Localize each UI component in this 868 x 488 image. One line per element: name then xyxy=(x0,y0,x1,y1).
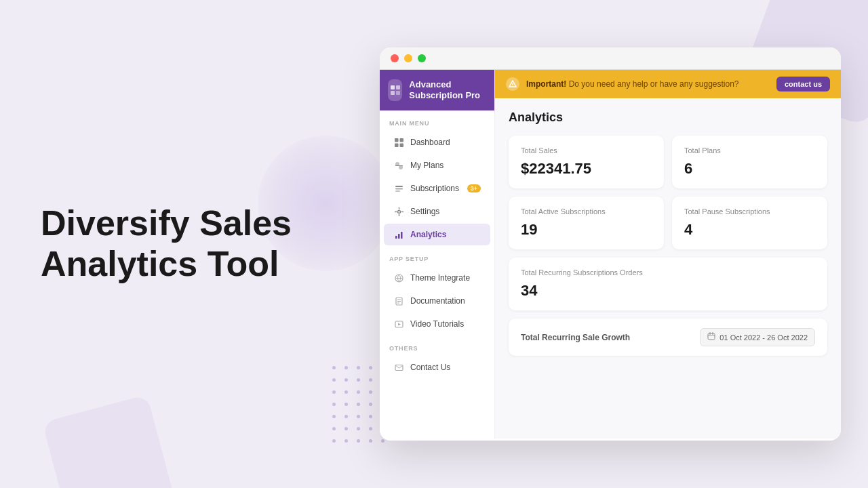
calendar-icon xyxy=(707,332,715,342)
sidebar: Advanced Subscription Pro MAIN MENU Dash… xyxy=(380,70,495,439)
svg-rect-11 xyxy=(395,186,403,187)
sidebar-item-contact-us[interactable]: Contact Us xyxy=(384,357,490,378)
stat-card-total-sales: Total Sales $22341.75 xyxy=(509,136,664,188)
recurring-orders-value: 34 xyxy=(521,282,815,300)
svg-rect-16 xyxy=(398,234,400,239)
svg-rect-17 xyxy=(401,232,403,239)
theme-integrate-label: Theme Integrate xyxy=(410,273,470,283)
sidebar-item-video-tutorials[interactable]: Video Tutorials xyxy=(384,313,490,335)
dashboard-icon xyxy=(393,137,404,148)
svg-rect-6 xyxy=(395,143,399,147)
recurring-orders-label: Total Recurring Subscriptions Orders xyxy=(521,268,815,277)
logo-text: Advanced Subscription Pro xyxy=(409,79,486,100)
svg-point-27 xyxy=(512,85,513,86)
active-subscriptions-value: 19 xyxy=(521,221,652,239)
page-title: Analytics xyxy=(509,110,827,125)
growth-label: Total Recurring Sale Growth xyxy=(521,333,630,342)
svg-rect-1 xyxy=(396,85,400,89)
app-setup-label: APP SETUP xyxy=(380,246,494,266)
svg-rect-7 xyxy=(399,143,403,147)
my-plans-icon xyxy=(393,160,404,171)
contact-us-button[interactable]: contact us xyxy=(776,77,830,92)
total-sales-value: $22341.75 xyxy=(521,160,652,178)
banner-text: Important! Do you need any help or have … xyxy=(526,79,739,89)
svg-rect-0 xyxy=(391,85,395,89)
stats-grid-row1: Total Sales $22341.75 Total Plans 6 xyxy=(509,136,827,188)
banner-icon xyxy=(506,77,519,91)
main-menu-label: MAIN MENU xyxy=(380,110,494,131)
app-layout: Advanced Subscription Pro MAIN MENU Dash… xyxy=(380,70,841,439)
my-plans-label: My Plans xyxy=(410,161,443,170)
theme-integrate-icon xyxy=(393,272,404,283)
main-content: Important! Do you need any help or have … xyxy=(495,70,841,439)
contact-us-icon xyxy=(393,362,404,373)
sidebar-item-my-plans[interactable]: My Plans xyxy=(384,155,490,176)
video-tutorials-label: Video Tutorials xyxy=(410,319,464,329)
video-tutorials-icon xyxy=(393,319,404,329)
sidebar-item-settings[interactable]: Settings xyxy=(384,201,490,222)
analytics-label: Analytics xyxy=(410,230,446,239)
stat-card-pause-subscriptions: Total Pause Subscriptions 4 xyxy=(672,197,827,249)
browser-chrome xyxy=(380,47,841,70)
others-label: OTHERS xyxy=(380,336,494,356)
svg-marker-24 xyxy=(398,323,401,325)
total-plans-value: 6 xyxy=(684,160,815,178)
svg-rect-3 xyxy=(396,91,400,95)
sidebar-item-analytics[interactable]: Analytics xyxy=(384,224,490,245)
svg-point-14 xyxy=(397,210,400,213)
total-sales-label: Total Sales xyxy=(521,146,652,155)
logo-icon xyxy=(388,79,402,101)
bg-decoration-bottom xyxy=(42,394,175,488)
subscriptions-label: Subscriptions xyxy=(410,184,459,193)
page-body: Analytics Total Sales $22341.75 Total Pl… xyxy=(495,98,841,439)
browser-dot-yellow xyxy=(404,54,412,62)
documentation-icon xyxy=(393,296,404,306)
browser-dot-red xyxy=(391,54,399,62)
banner-important: Important! xyxy=(526,79,566,89)
browser-window: Advanced Subscription Pro MAIN MENU Dash… xyxy=(380,47,841,441)
documentation-label: Documentation xyxy=(410,296,465,306)
active-subscriptions-label: Total Active Subscriptions xyxy=(521,207,652,216)
svg-rect-28 xyxy=(708,333,715,340)
hero-title-line2: Analytics Tool xyxy=(41,244,279,283)
date-picker[interactable]: 01 Oct 2022 - 26 Oct 2022 xyxy=(700,328,815,346)
svg-rect-2 xyxy=(391,91,395,95)
svg-rect-5 xyxy=(399,138,403,142)
settings-icon xyxy=(393,206,404,217)
total-plans-label: Total Plans xyxy=(684,146,815,155)
svg-rect-15 xyxy=(395,236,397,239)
banner: Important! Do you need any help or have … xyxy=(495,70,841,98)
recurring-orders-card: Total Recurring Subscriptions Orders 34 xyxy=(509,258,827,310)
browser-dot-green xyxy=(418,54,426,62)
contact-us-label: Contact Us xyxy=(410,363,450,372)
stat-card-total-plans: Total Plans 6 xyxy=(672,136,827,188)
sidebar-item-dashboard[interactable]: Dashboard xyxy=(384,131,490,153)
banner-message: Do you need any help or have any suggest… xyxy=(569,79,739,89)
sidebar-item-documentation[interactable]: Documentation xyxy=(384,290,490,312)
svg-rect-4 xyxy=(395,138,399,142)
dashboard-label: Dashboard xyxy=(410,138,450,147)
pause-subscriptions-value: 4 xyxy=(684,221,815,239)
analytics-icon xyxy=(393,229,404,240)
svg-rect-12 xyxy=(395,188,403,189)
stat-card-active-subscriptions: Total Active Subscriptions 19 xyxy=(509,197,664,249)
sidebar-logo: Advanced Subscription Pro xyxy=(380,70,494,110)
subscriptions-badge: 3+ xyxy=(467,184,481,192)
hero-title-line1: Diversify Sales xyxy=(41,203,292,243)
hero-text: Diversify Sales Analytics Tool xyxy=(41,203,339,285)
date-range-text: 01 Oct 2022 - 26 Oct 2022 xyxy=(719,333,808,342)
subscriptions-icon xyxy=(393,183,404,194)
growth-card: Total Recurring Sale Growth 01 Oct 2022 … xyxy=(509,319,827,356)
sidebar-item-subscriptions[interactable]: Subscriptions 3+ xyxy=(384,178,490,199)
settings-label: Settings xyxy=(410,207,439,216)
pause-subscriptions-label: Total Pause Subscriptions xyxy=(684,207,815,216)
svg-rect-13 xyxy=(395,190,400,192)
stats-grid-row2: Total Active Subscriptions 19 Total Paus… xyxy=(509,197,827,249)
sidebar-item-theme-integrate[interactable]: Theme Integrate xyxy=(384,267,490,289)
